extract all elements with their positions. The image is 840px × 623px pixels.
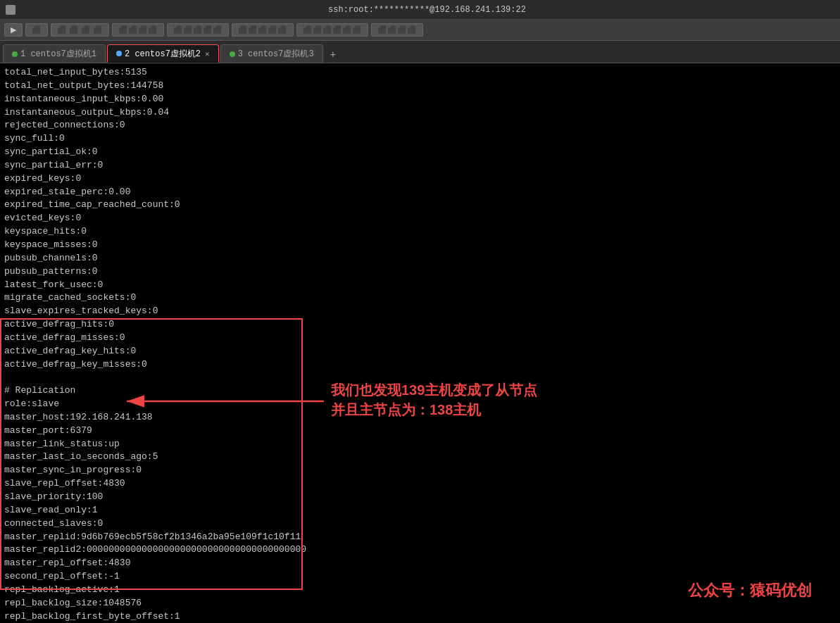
tab-label-1: 1 centos7虚拟机1 (20, 48, 96, 60)
watermark: 公众号：猿码优创 (688, 579, 812, 602)
annotation-text: 我们也发现139主机变成了从节点 并且主节点为：138主机 (331, 380, 537, 420)
title-text: ssh:root:***********@192.168.241.139:22 (20, 5, 834, 15)
tab-dot-3 (230, 51, 235, 57)
toolbar-btn-8[interactable]: ⬛⬛⬛⬛ (371, 23, 423, 37)
tab-1[interactable]: 1 centos7虚拟机1 (3, 44, 106, 63)
tab-3[interactable]: 3 centos7虚拟机3 (220, 44, 323, 63)
terminal-text: total_net_input_bytes:5135 total_net_out… (4, 66, 836, 623)
tab-label-2: 2 centos7虚拟机2 (125, 48, 201, 60)
toolbar: ▶ ⬛ ⬛ ⬛ ⬛ ⬛ ⬛⬛⬛⬛ ⬛⬛⬛⬛⬛ ⬛⬛⬛⬛⬛ ⬛⬛⬛⬛⬛⬛ ⬛⬛⬛⬛ (0, 20, 840, 41)
tab-dot-2 (116, 51, 122, 56)
toolbar-btn-4[interactable]: ⬛⬛⬛⬛ (112, 23, 164, 37)
tab-dot-1 (12, 51, 18, 57)
tab-close-2[interactable]: ✕ (205, 49, 210, 58)
tab-add-button[interactable]: + (325, 46, 341, 63)
tab-2[interactable]: 2 centos7虚拟机2 ✕ (107, 44, 219, 63)
toolbar-btn-6[interactable]: ⬛⬛⬛⬛⬛ (232, 23, 294, 37)
terminal-content: total_net_input_bytes:5135 total_net_out… (0, 63, 840, 623)
tabs-bar: 1 centos7虚拟机1 2 centos7虚拟机2 ✕ 3 centos7虚… (0, 41, 840, 63)
tab-label-3: 3 centos7虚拟机3 (238, 48, 314, 60)
toolbar-btn-7[interactable]: ⬛⬛⬛⬛⬛⬛ (296, 23, 368, 37)
title-bar: ssh:root:***********@192.168.241.139:22 (0, 0, 840, 20)
toolbar-btn-3[interactable]: ⬛ ⬛ ⬛ ⬛ (51, 23, 109, 37)
toolbar-btn-5[interactable]: ⬛⬛⬛⬛⬛ (167, 23, 229, 37)
toolbar-btn-1[interactable]: ▶ (4, 23, 23, 37)
app-icon (6, 5, 15, 15)
toolbar-btn-2[interactable]: ⬛ (25, 23, 48, 37)
